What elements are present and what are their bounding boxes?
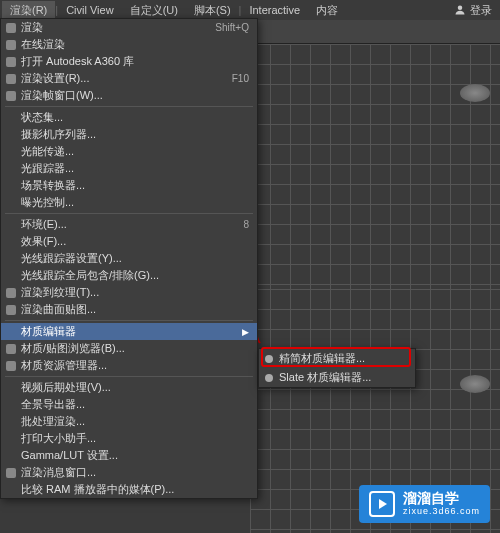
menu-item-label: 光线跟踪器设置(Y)... [21, 251, 122, 266]
menu-script[interactable]: 脚本(S) [186, 1, 239, 20]
teapot-icon [4, 21, 18, 35]
compact-icon [262, 352, 276, 366]
watermark: 溜溜自学 zixue.3d66.com [359, 485, 490, 523]
menu-item-label: 光跟踪器... [21, 161, 74, 176]
menu-item[interactable]: 状态集... [1, 109, 257, 126]
menu-item-label: 摄影机序列器... [21, 127, 96, 142]
menu-separator [5, 320, 253, 321]
menu-item[interactable]: 摄影机序列器... [1, 126, 257, 143]
menu-item-label: 效果(F)... [21, 234, 66, 249]
svg-point-14 [265, 355, 273, 363]
window-icon [4, 466, 18, 480]
browser-icon [4, 342, 18, 356]
menu-item[interactable]: 比较 RAM 播放器中的媒体(P)... [1, 481, 257, 498]
watermark-url: zixue.3d66.com [403, 507, 480, 517]
submenu-item[interactable]: 精简材质编辑器... [259, 349, 415, 368]
submenu-arrow-icon: ▶ [242, 327, 249, 337]
menu-civil-view[interactable]: Civil View [58, 2, 121, 18]
window-icon [4, 89, 18, 103]
menu-item[interactable]: 环境(E)...8 [1, 216, 257, 233]
user-icon [454, 4, 466, 16]
menu-render[interactable]: 渲染(R) [2, 1, 55, 20]
menu-item-label: 在线渲染 [21, 37, 65, 52]
menu-item[interactable]: 材质/贴图浏览器(B)... [1, 340, 257, 357]
teapot-object [460, 375, 490, 393]
menu-item[interactable]: 场景转换器... [1, 177, 257, 194]
menu-content[interactable]: 内容 [308, 1, 346, 20]
cloud-icon [4, 55, 18, 69]
menu-item-label: 批处理渲染... [21, 414, 85, 429]
watermark-title: 溜溜自学 [403, 491, 480, 506]
svg-rect-13 [6, 468, 16, 478]
menu-item[interactable]: 曝光控制... [1, 194, 257, 211]
menu-item-label: 状态集... [21, 110, 63, 125]
menu-item[interactable]: 渲染到纹理(T)... [1, 284, 257, 301]
svg-rect-4 [6, 23, 16, 33]
menu-item[interactable]: 渲染Shift+Q [1, 19, 257, 36]
menu-item[interactable]: 渲染设置(R)...F10 [1, 70, 257, 87]
menu-item[interactable]: 批处理渲染... [1, 413, 257, 430]
menu-item-label: 材质资源管理器... [21, 358, 107, 373]
menu-item[interactable]: 渲染消息窗口... [1, 464, 257, 481]
svg-rect-7 [6, 74, 16, 84]
menu-separator [5, 376, 253, 377]
login-label: 登录 [470, 3, 492, 18]
submenu-item-label: 精简材质编辑器... [279, 351, 365, 366]
menu-item[interactable]: 光线跟踪器设置(Y)... [1, 250, 257, 267]
menu-item-label: 渲染到纹理(T)... [21, 285, 99, 300]
menu-item-label: 环境(E)... [21, 217, 67, 232]
material-editor-submenu: 精简材质编辑器...Slate 材质编辑器... [258, 348, 416, 388]
menu-item-label: 渲染曲面贴图... [21, 302, 96, 317]
svg-point-0 [458, 6, 463, 11]
menu-separator [5, 213, 253, 214]
menu-item-label: 曝光控制... [21, 195, 74, 210]
svg-rect-10 [6, 305, 16, 315]
menu-item[interactable]: 材质资源管理器... [1, 357, 257, 374]
svg-rect-8 [6, 91, 16, 101]
menu-item-label: 材质/贴图浏览器(B)... [21, 341, 125, 356]
login-area[interactable]: 登录 [454, 3, 500, 18]
menu-item[interactable]: 在线渲染 [1, 36, 257, 53]
menu-item-label: 渲染设置(R)... [21, 71, 89, 86]
menu-item-label: 全景导出器... [21, 397, 85, 412]
menu-shortcut: 8 [243, 219, 249, 230]
menu-customize[interactable]: 自定义(U) [122, 1, 186, 20]
surface-icon [4, 303, 18, 317]
teapot-object [460, 84, 490, 102]
svg-rect-12 [6, 361, 16, 371]
menu-item[interactable]: 材质编辑器▶ [1, 323, 257, 340]
menu-item[interactable]: 效果(F)... [1, 233, 257, 250]
menu-separator [5, 106, 253, 107]
menu-shortcut: Shift+Q [215, 22, 249, 33]
submenu-item-label: Slate 材质编辑器... [279, 370, 371, 385]
menu-item-label: 光线跟踪全局包含/排除(G)... [21, 268, 159, 283]
svg-marker-18 [379, 499, 387, 509]
menu-item[interactable]: 光能传递... [1, 143, 257, 160]
menu-item[interactable]: 打开 Autodesk A360 库 [1, 53, 257, 70]
menu-interactive[interactable]: Interactive [241, 2, 308, 18]
menu-item-label: 材质编辑器 [21, 324, 76, 339]
menu-item-label: 光能传递... [21, 144, 74, 159]
svg-rect-6 [6, 57, 16, 67]
menu-item[interactable]: Gamma/LUT 设置... [1, 447, 257, 464]
menu-item[interactable]: 打印大小助手... [1, 430, 257, 447]
menu-item[interactable]: 视频后期处理(V)... [1, 379, 257, 396]
teapot-icon [4, 38, 18, 52]
explorer-icon [4, 359, 18, 373]
viewport-grid-top[interactable] [250, 44, 500, 289]
menu-item[interactable]: 全景导出器... [1, 396, 257, 413]
menu-item[interactable]: 光跟踪器... [1, 160, 257, 177]
submenu-item[interactable]: Slate 材质编辑器... [259, 368, 415, 387]
menu-item-label: 视频后期处理(V)... [21, 380, 111, 395]
menu-item-label: 比较 RAM 播放器中的媒体(P)... [21, 482, 174, 497]
svg-rect-9 [6, 288, 16, 298]
gear-icon [4, 72, 18, 86]
menu-item-label: 渲染 [21, 20, 43, 35]
menu-item-label: Gamma/LUT 设置... [21, 448, 118, 463]
menu-item[interactable]: 渲染曲面贴图... [1, 301, 257, 318]
svg-point-15 [265, 374, 273, 382]
render-menu: 渲染Shift+Q在线渲染打开 Autodesk A360 库渲染设置(R)..… [0, 18, 258, 499]
menu-item[interactable]: 渲染帧窗口(W)... [1, 87, 257, 104]
menu-item[interactable]: 光线跟踪全局包含/排除(G)... [1, 267, 257, 284]
menu-item-label: 打印大小助手... [21, 431, 96, 446]
